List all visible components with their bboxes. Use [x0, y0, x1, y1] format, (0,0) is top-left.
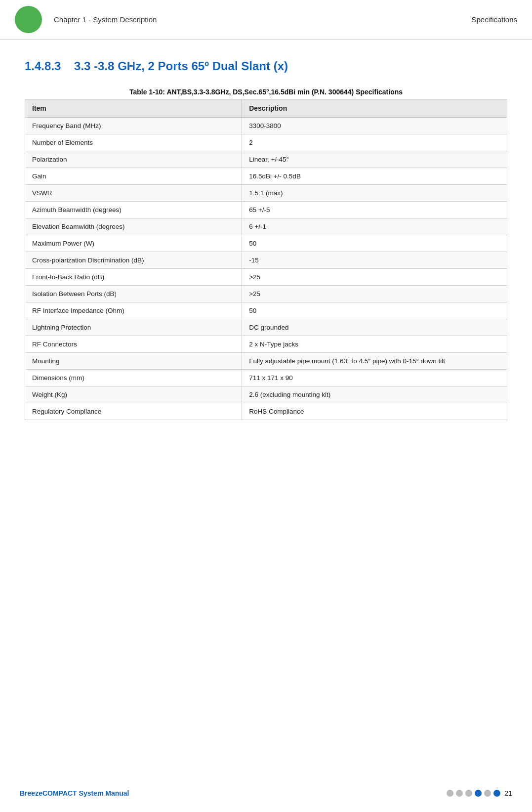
row-item: Cross-polarization Discrimination (dB) — [25, 252, 242, 269]
col-header-description: Description — [242, 99, 507, 118]
table-row: Front-to-Back Ratio (dB)>25 — [25, 269, 507, 286]
pagination-dot — [465, 790, 472, 797]
row-description: 65 +/-5 — [242, 202, 507, 218]
row-description: 2 — [242, 134, 507, 151]
pagination-dot — [484, 790, 491, 797]
row-description: >25 — [242, 286, 507, 302]
row-description: 50 — [242, 235, 507, 252]
table-row: Number of Elements2 — [25, 134, 507, 151]
row-description: 50 — [242, 302, 507, 319]
table-row: Weight (Kg)2.6 (excluding mounting kit) — [25, 386, 507, 403]
row-description: Fully adjustable pipe mount (1.63″ to 4.… — [242, 353, 507, 370]
row-item: Mounting — [25, 353, 242, 370]
table-row: Dimensions (mm)711 x 171 x 90 — [25, 370, 507, 386]
row-item: RF Connectors — [25, 336, 242, 353]
page-header: Chapter 1 - System Description Specifica… — [0, 0, 532, 40]
main-content: 1.4.8.3 3.3 -3.8 GHz, 2 Ports 65º Dual S… — [0, 40, 532, 440]
table-row: PolarizationLinear, +/-45° — [25, 151, 507, 168]
row-description: 2.6 (excluding mounting kit) — [242, 386, 507, 403]
logo-circle — [15, 6, 42, 33]
col-header-item: Item — [25, 99, 242, 118]
row-description: >25 — [242, 269, 507, 286]
table-row: Regulatory ComplianceRoHS Compliance — [25, 403, 507, 420]
table-row: Cross-polarization Discrimination (dB)-1… — [25, 252, 507, 269]
section-title: 1.4.8.3 3.3 -3.8 GHz, 2 Ports 65º Dual S… — [25, 59, 507, 73]
row-item: Front-to-Back Ratio (dB) — [25, 269, 242, 286]
table-row: Maximum Power (W)50 — [25, 235, 507, 252]
section-number: 1.4.8.3 — [25, 59, 61, 73]
section-heading: 3.3 -3.8 GHz, 2 Ports 65º Dual Slant (x) — [74, 59, 288, 73]
table-row: Elevation Beamwidth (degrees)6 +/-1 — [25, 218, 507, 235]
row-item: Frequency Band (MHz) — [25, 118, 242, 134]
page-number: 21 — [504, 789, 512, 797]
table-row: Gain16.5dBi +/- 0.5dB — [25, 168, 507, 185]
row-item: Dimensions (mm) — [25, 370, 242, 386]
row-description: 711 x 171 x 90 — [242, 370, 507, 386]
row-item: RF Interface Impedance (Ohm) — [25, 302, 242, 319]
table-caption: Table 1-10: ANT,BS,3.3-3.8GHz, DS,Sec.65… — [25, 88, 507, 96]
row-description: 16.5dBi +/- 0.5dB — [242, 168, 507, 185]
pagination-dot — [447, 790, 453, 797]
row-item: Isolation Between Ports (dB) — [25, 286, 242, 302]
row-item: Polarization — [25, 151, 242, 168]
row-item: Regulatory Compliance — [25, 403, 242, 420]
table-header-row: Item Description — [25, 99, 507, 118]
row-description: 3300-3800 — [242, 118, 507, 134]
row-item: VSWR — [25, 185, 242, 202]
row-item: Maximum Power (W) — [25, 235, 242, 252]
row-description: 2 x N-Type jacks — [242, 336, 507, 353]
section-label: Specifications — [471, 15, 517, 24]
pagination-dot — [475, 790, 482, 797]
table-row: RF Interface Impedance (Ohm)50 — [25, 302, 507, 319]
table-row: RF Connectors2 x N-Type jacks — [25, 336, 507, 353]
pagination-dot — [493, 790, 500, 797]
table-row: VSWR1.5:1 (max) — [25, 185, 507, 202]
table-row: Lightning ProtectionDC grounded — [25, 319, 507, 336]
row-description: RoHS Compliance — [242, 403, 507, 420]
chapter-label: Chapter 1 - System Description — [42, 15, 471, 24]
page-footer: BreezeCOMPACT System Manual 21 — [0, 789, 532, 797]
brand-label: BreezeCOMPACT System Manual — [20, 789, 129, 797]
row-item: Weight (Kg) — [25, 386, 242, 403]
row-item: Lightning Protection — [25, 319, 242, 336]
row-description: -15 — [242, 252, 507, 269]
specifications-table: Item Description Frequency Band (MHz)330… — [25, 99, 507, 420]
table-row: Frequency Band (MHz)3300-3800 — [25, 118, 507, 134]
table-row: Azimuth Beamwidth (degrees)65 +/-5 — [25, 202, 507, 218]
row-description: DC grounded — [242, 319, 507, 336]
row-item: Azimuth Beamwidth (degrees) — [25, 202, 242, 218]
table-row: Isolation Between Ports (dB)>25 — [25, 286, 507, 302]
pagination-dots — [447, 790, 500, 797]
row-item: Number of Elements — [25, 134, 242, 151]
row-description: 6 +/-1 — [242, 218, 507, 235]
row-item: Gain — [25, 168, 242, 185]
row-item: Elevation Beamwidth (degrees) — [25, 218, 242, 235]
table-row: MountingFully adjustable pipe mount (1.6… — [25, 353, 507, 370]
row-description: Linear, +/-45° — [242, 151, 507, 168]
row-description: 1.5:1 (max) — [242, 185, 507, 202]
pagination-dot — [456, 790, 463, 797]
